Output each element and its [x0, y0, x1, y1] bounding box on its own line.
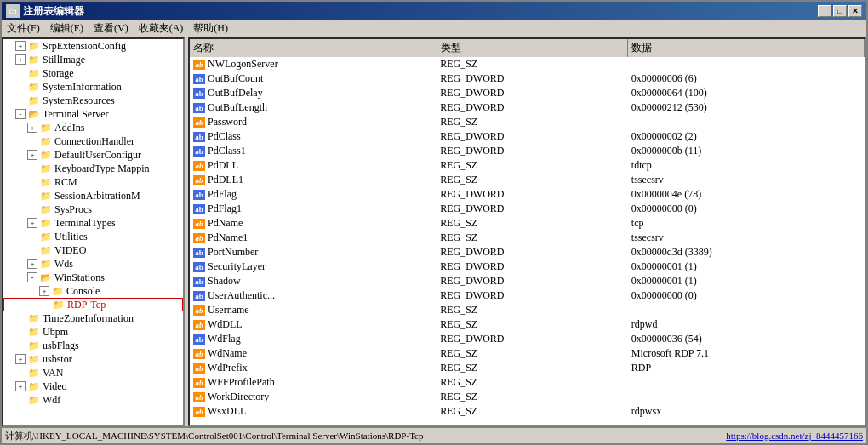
- reg-type-icon: ab: [193, 305, 205, 316]
- cell-data: tdtcp: [628, 158, 865, 173]
- menu-edit[interactable]: 编辑(E): [45, 20, 89, 37]
- table-row[interactable]: abWdFlagREG_DWORD0x00000036 (54): [190, 332, 865, 346]
- table-row[interactable]: abPdClassREG_DWORD0x00000002 (2): [190, 129, 865, 144]
- folder-icon-SysProcs: 📁: [39, 204, 53, 215]
- cell-name: abWdPrefix: [190, 361, 437, 375]
- tree-item-WinStations[interactable]: -📂WinStations: [3, 271, 183, 284]
- detail-panel[interactable]: 名称 类型 数据 abNWLogonServerREG_SZabOutBufCo…: [188, 37, 866, 426]
- table-row[interactable]: abPdDLL1REG_SZtssecsrv: [190, 173, 865, 187]
- tree-label-Console: Console: [66, 285, 100, 298]
- minimize-button[interactable]: _: [818, 5, 831, 17]
- table-row[interactable]: abWsxDLLREG_SZrdpwsx: [190, 404, 865, 419]
- tree-item-DefaultUserConfigur[interactable]: +📁DefaultUserConfigur: [3, 148, 183, 162]
- tree-label-RCM: RCM: [54, 176, 77, 189]
- reg-type-icon: ab: [193, 248, 205, 258]
- tree-item-usbFlags[interactable]: 📁usbFlags: [3, 339, 183, 352]
- folder-icon-Console: 📁: [51, 286, 65, 297]
- table-row[interactable]: abPdFlag1REG_DWORD0x00000000 (0): [190, 202, 865, 216]
- tree-item-ConnectionHandler[interactable]: 📁ConnectionHandler: [3, 134, 183, 148]
- expand-btn-Console[interactable]: +: [39, 286, 49, 296]
- table-row[interactable]: abOutBufDelayREG_DWORD0x00000064 (100): [190, 86, 865, 100]
- tree-item-VAN[interactable]: 📁VAN: [3, 366, 183, 379]
- reg-name-text: Shadow: [208, 275, 241, 288]
- expand-btn-Video[interactable]: +: [15, 381, 26, 391]
- table-row[interactable]: abUsernameREG_SZ: [190, 303, 865, 317]
- expand-btn-StillImage[interactable]: +: [15, 54, 26, 65]
- table-row[interactable]: abPdName1REG_SZtssecsrv: [190, 231, 865, 245]
- cell-data: 0x00000064 (100): [628, 86, 865, 100]
- tree-item-Wds[interactable]: +📁Wds: [3, 257, 183, 271]
- menu-file[interactable]: 文件(F): [2, 20, 45, 37]
- tree-item-KeyboardTypeMappin[interactable]: 📁KeyboardType Mappin: [3, 162, 183, 175]
- tree-item-VIDEO[interactable]: 📁VIDEO: [3, 243, 183, 257]
- table-row[interactable]: abUserAuthentic...REG_DWORD0x00000000 (0…: [190, 288, 865, 303]
- tree-item-StillImage[interactable]: +📁StillImage: [3, 53, 183, 66]
- expand-btn-Wds[interactable]: +: [27, 259, 37, 269]
- expand-btn-AddIns[interactable]: +: [27, 123, 37, 133]
- table-row[interactable]: abOutBufCountREG_DWORD0x00000006 (6): [190, 71, 865, 86]
- cell-name: abPortNumber: [190, 245, 437, 260]
- cell-type: REG_SZ: [437, 303, 628, 317]
- table-row[interactable]: abPdClass1REG_DWORD0x0000000b (11): [190, 144, 865, 158]
- folder-icon-Ubpm: 📁: [27, 327, 41, 338]
- expand-btn-TerminalServer[interactable]: -: [15, 109, 26, 119]
- tree-item-Console[interactable]: +📁Console: [3, 284, 183, 298]
- tree-item-Ubpm[interactable]: 📁Ubpm: [3, 325, 183, 339]
- registry-table: 名称 类型 数据 abNWLogonServerREG_SZabOutBufCo…: [190, 39, 865, 419]
- tree-item-Wdf[interactable]: 📁Wdf: [3, 393, 183, 407]
- tree-item-TerminalTypes[interactable]: +📁TerminalTypes: [3, 216, 183, 230]
- tree-item-RCM[interactable]: 📁RCM: [3, 175, 183, 189]
- tree-item-TimeZoneInformation[interactable]: 📁TimeZoneInformation: [3, 311, 183, 325]
- table-row[interactable]: abPdDLLREG_SZtdtcp: [190, 158, 865, 173]
- table-row[interactable]: abWdPrefixREG_SZRDP: [190, 361, 865, 375]
- table-row[interactable]: abShadowREG_DWORD0x00000001 (1): [190, 274, 865, 288]
- menu-help[interactable]: 帮助(H): [188, 20, 233, 37]
- cell-data: 0x00000d3d (3389): [628, 245, 865, 260]
- table-row[interactable]: abWFFProfilePathREG_SZ: [190, 375, 865, 390]
- folder-icon-SystemResources: 📁: [27, 95, 41, 106]
- tree-item-AddIns[interactable]: +📁AddIns: [3, 121, 183, 134]
- tree-item-SysProcs[interactable]: 📁SysProcs: [3, 203, 183, 216]
- table-row[interactable]: abPdFlagREG_DWORD0x0000004e (78): [190, 187, 865, 202]
- tree-item-usbstor[interactable]: +📁usbstor: [3, 352, 183, 366]
- expand-btn-usbstor[interactable]: +: [15, 354, 26, 364]
- expand-btn-WinStations[interactable]: -: [27, 272, 37, 282]
- restore-button[interactable]: □: [833, 5, 847, 17]
- table-row[interactable]: abPdNameREG_SZtcp: [190, 216, 865, 231]
- tree-label-usbFlags: usbFlags: [43, 339, 79, 352]
- cell-name: abPdDLL1: [190, 173, 437, 187]
- menu-favorites[interactable]: 收藏夹(A): [134, 20, 189, 37]
- expand-btn-TerminalTypes[interactable]: +: [27, 218, 37, 228]
- close-button[interactable]: ✕: [848, 5, 862, 17]
- reg-type-icon: ab: [193, 132, 205, 142]
- table-row[interactable]: abWdDLLREG_SZrdpwd: [190, 317, 865, 332]
- window-title: 注册表编辑器: [23, 4, 84, 19]
- cell-data: [628, 115, 865, 129]
- tree-item-RDP-Tcp[interactable]: 📁RDP-Tcp: [3, 298, 183, 311]
- table-row[interactable]: abSecurityLayerREG_DWORD0x00000001 (1): [190, 260, 865, 274]
- table-row[interactable]: abWdNameREG_SZMicrosoft RDP 7.1: [190, 346, 865, 361]
- tree-item-TerminalServer[interactable]: -📂Terminal Server: [3, 107, 183, 121]
- tree-item-Utilities[interactable]: 📁Utilities: [3, 230, 183, 243]
- expand-btn-DefaultUserConfigur[interactable]: +: [27, 150, 37, 160]
- tree-item-Storage[interactable]: 📁Storage: [3, 66, 183, 80]
- table-row[interactable]: abWorkDirectoryREG_SZ: [190, 390, 865, 404]
- tree-item-SrpExtensionConfig[interactable]: +📁SrpExtensionConfig: [3, 39, 183, 53]
- table-header-row: 名称 类型 数据: [190, 39, 865, 57]
- tree-item-SystemInformation[interactable]: 📁SystemInformation: [3, 80, 183, 94]
- reg-type-icon: ab: [193, 334, 205, 345]
- table-row[interactable]: abNWLogonServerREG_SZ: [190, 57, 865, 71]
- cell-type: REG_DWORD: [437, 100, 628, 115]
- cell-type: REG_DWORD: [437, 129, 628, 144]
- tree-item-Video[interactable]: +📁Video: [3, 379, 183, 393]
- table-row[interactable]: abPasswordREG_SZ: [190, 115, 865, 129]
- table-row[interactable]: abPortNumberREG_DWORD0x00000d3d (3389): [190, 245, 865, 260]
- cell-type: REG_DWORD: [437, 187, 628, 202]
- tree-item-SystemResources[interactable]: 📁SystemResources: [3, 94, 183, 107]
- menu-view[interactable]: 查看(V): [89, 20, 134, 37]
- expand-btn-SrpExtensionConfig[interactable]: +: [15, 41, 26, 51]
- tree-item-SessionArbitrationM[interactable]: 📁SessionArbitrationM: [3, 189, 183, 203]
- tree-panel[interactable]: +📁SrpExtensionConfig+📁StillImage📁Storage…: [2, 37, 185, 426]
- table-row[interactable]: abOutBufLengthREG_DWORD0x00000212 (530): [190, 100, 865, 115]
- menu-bar: 文件(F) 编辑(E) 查看(V) 收藏夹(A) 帮助(H): [2, 20, 866, 37]
